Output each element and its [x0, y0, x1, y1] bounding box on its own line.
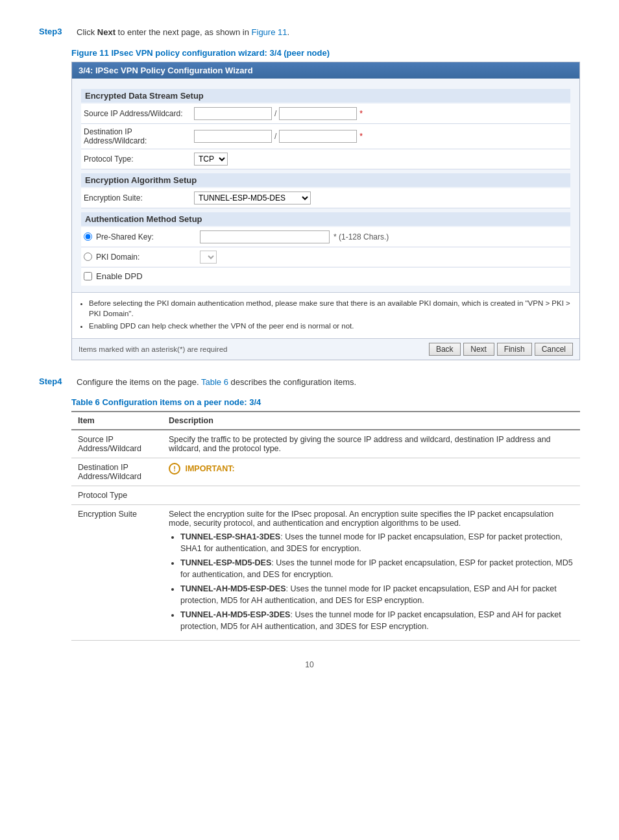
- table-row-source-ip: Source IP Address/Wildcard Specify the t…: [71, 430, 580, 458]
- section-auth-method: Authentication Method Setup: [81, 212, 570, 226]
- note-2: Enabling DPD can help check whether the …: [89, 321, 573, 331]
- note-1: Before selecting the PKI domain authenti…: [89, 298, 573, 319]
- source-asterisk: *: [359, 109, 363, 118]
- required-text: Items marked with an asterisk(*) are req…: [79, 345, 227, 353]
- slash2: /: [274, 132, 276, 141]
- important-label: IMPORTANT:: [185, 464, 234, 473]
- step3-text: Click Next to enter the next page, as sh…: [77, 26, 289, 39]
- protocol-select[interactable]: TCP UDP Any: [194, 153, 228, 166]
- next-bold: Next: [97, 27, 115, 37]
- dest-ip-fields: / *: [194, 130, 568, 143]
- figure11-caption: Figure 11 IPsec VPN policy configuration…: [71, 48, 580, 58]
- encryption-suite-select[interactable]: TUNNEL-ESP-MD5-DES TUNNEL-ESP-SHA1-3DES …: [194, 191, 311, 204]
- enable-dpd-row: Enable DPD: [81, 267, 570, 286]
- encryption-suite-label: Encryption Suite:: [84, 193, 194, 203]
- pki-domain-row: PKI Domain:: [81, 247, 570, 267]
- source-ip-fields: / *: [194, 107, 568, 120]
- table6-caption: Table 6 Configuration items on a peer no…: [71, 397, 580, 407]
- page-number: 10: [39, 660, 580, 669]
- pki-domain-radio[interactable]: [84, 253, 92, 261]
- back-button[interactable]: Back: [429, 343, 461, 356]
- step4-label: Step4: [39, 377, 71, 386]
- figure11-link[interactable]: Figure 11: [252, 27, 287, 37]
- desc-source-ip: Specify the traffic to be protected by g…: [162, 430, 580, 458]
- section-encrypted-data: Encrypted Data Stream Setup: [81, 89, 570, 103]
- enc-term-1: TUNNEL-ESP-SHA1-3DES: [180, 532, 280, 541]
- col-item: Item: [71, 412, 162, 430]
- pre-shared-hint: * (1-128 Chars.): [334, 232, 389, 241]
- pre-shared-key-input[interactable]: [200, 230, 330, 243]
- enc-term-4: TUNNEL-AH-MD5-ESP-3DES: [180, 610, 290, 619]
- protocol-type-label: Protocol Type:: [84, 154, 194, 164]
- desc-encryption: Select the encryption suite for the IPse…: [162, 505, 580, 641]
- enc-intro: Select the encryption suite for the IPse…: [169, 510, 553, 528]
- pki-domain-select[interactable]: [200, 251, 217, 264]
- notes-list: Before selecting the PKI domain authenti…: [89, 298, 573, 331]
- source-ip-input[interactable]: [194, 107, 272, 120]
- source-ip-label: Source IP Address/Wildcard:: [84, 109, 194, 118]
- enc-bullet-2: TUNNEL-ESP-MD5-DES: Uses the tunnel mode…: [180, 558, 574, 580]
- encryption-suite-fields: TUNNEL-ESP-MD5-DES TUNNEL-ESP-SHA1-3DES …: [194, 191, 568, 204]
- section-encryption-algo: Encryption Algorithm Setup: [81, 173, 570, 187]
- desc-dest-ip: ! IMPORTANT:: [162, 458, 580, 486]
- source-ip-row: Source IP Address/Wildcard: / *: [81, 104, 570, 124]
- wizard-title-bar: 3/4: IPSec VPN Policy Configuration Wiza…: [72, 62, 579, 79]
- table-row-protocol: Protocol Type: [71, 486, 580, 505]
- cancel-button[interactable]: Cancel: [535, 343, 573, 356]
- step4-row: Step4 Configure the items on the page. T…: [39, 376, 580, 389]
- table6-link[interactable]: Table 6: [201, 377, 228, 387]
- encryption-suite-row: Encryption Suite: TUNNEL-ESP-MD5-DES TUN…: [81, 188, 570, 208]
- wizard-container: 3/4: IPSec VPN Policy Configuration Wiza…: [71, 62, 580, 360]
- table-row-encryption: Encryption Suite Select the encryption s…: [71, 505, 580, 641]
- protocol-type-row: Protocol Type: TCP UDP Any: [81, 149, 570, 169]
- dest-wildcard-input[interactable]: [279, 130, 357, 143]
- dest-asterisk: *: [359, 132, 363, 141]
- protocol-type-fields: TCP UDP Any: [194, 153, 568, 166]
- config-table: Item Description Source IP Address/Wildc…: [71, 411, 580, 641]
- item-encryption: Encryption Suite: [71, 505, 162, 641]
- pki-domain-label: PKI Domain:: [96, 253, 200, 262]
- step3-label: Step3: [39, 27, 71, 36]
- step4-text: Configure the items on the page. Table 6…: [77, 376, 356, 389]
- enc-bullet-4: TUNNEL-AH-MD5-ESP-3DES: Uses the tunnel …: [180, 610, 574, 632]
- pre-shared-key-row: Pre-Shared Key: * (1-128 Chars.): [81, 227, 570, 247]
- enc-term-2: TUNNEL-ESP-MD5-DES: [180, 558, 271, 567]
- next-button[interactable]: Next: [463, 343, 494, 356]
- pre-shared-key-label: Pre-Shared Key:: [96, 232, 200, 241]
- enc-bullets: TUNNEL-ESP-SHA1-3DES: Uses the tunnel mo…: [169, 532, 574, 632]
- important-icon: !: [169, 463, 180, 475]
- dest-ip-row: Destination IP Address/Wildcard: / *: [81, 124, 570, 149]
- enc-bullet-3: TUNNEL-AH-MD5-ESP-DES: Uses the tunnel m…: [180, 584, 574, 606]
- notes-section: Before selecting the PKI domain authenti…: [72, 292, 579, 338]
- table-row-dest-ip: Destination IP Address/Wildcard ! IMPORT…: [71, 458, 580, 486]
- enable-dpd-label: Enable DPD: [96, 271, 143, 281]
- wizard-buttons: Back Next Finish Cancel: [429, 343, 573, 356]
- dest-ip-label: Destination IP Address/Wildcard:: [84, 127, 194, 145]
- button-bar: Items marked with an asterisk(*) are req…: [72, 338, 579, 360]
- pre-shared-key-radio[interactable]: [84, 232, 92, 241]
- item-source-ip: Source IP Address/Wildcard: [71, 430, 162, 458]
- enc-term-3: TUNNEL-AH-MD5-ESP-DES: [180, 584, 286, 593]
- col-description: Description: [162, 412, 580, 430]
- slash1: /: [274, 109, 276, 118]
- source-wildcard-input[interactable]: [279, 107, 357, 120]
- desc-protocol: [162, 486, 580, 505]
- enable-dpd-checkbox[interactable]: [84, 272, 92, 280]
- enc-bullet-1: TUNNEL-ESP-SHA1-3DES: Uses the tunnel mo…: [180, 532, 574, 554]
- item-dest-ip: Destination IP Address/Wildcard: [71, 458, 162, 486]
- wizard-body: Encrypted Data Stream Setup Source IP Ad…: [72, 79, 579, 292]
- item-protocol: Protocol Type: [71, 486, 162, 505]
- dest-ip-input[interactable]: [194, 130, 272, 143]
- step3-row: Step3 Click Next to enter the next page,…: [39, 26, 580, 39]
- finish-button[interactable]: Finish: [497, 343, 532, 356]
